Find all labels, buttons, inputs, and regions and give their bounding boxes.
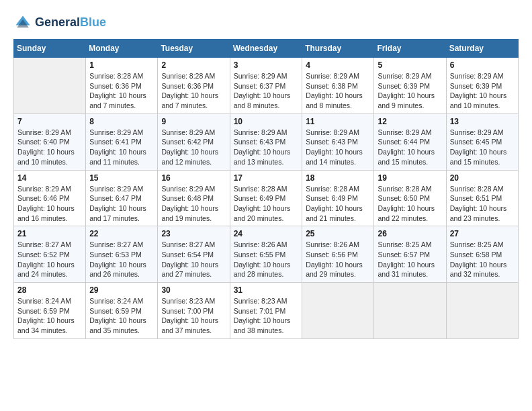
day-detail: Sunrise: 8:24 AMSunset: 6:59 PMDaylight:… — [89, 296, 154, 336]
week-row-1: 1 Sunrise: 8:28 AMSunset: 6:36 PMDayligh… — [14, 58, 519, 114]
day-detail: Sunrise: 8:23 AMSunset: 7:00 PMDaylight:… — [161, 296, 226, 336]
calendar-cell: 27 Sunrise: 8:25 AMSunset: 6:58 PMDaylig… — [446, 226, 518, 283]
calendar-cell: 20 Sunrise: 8:28 AMSunset: 6:51 PMDaylig… — [446, 170, 518, 226]
calendar-cell: 28 Sunrise: 8:24 AMSunset: 6:59 PMDaylig… — [14, 283, 86, 339]
calendar-cell: 11 Sunrise: 8:29 AMSunset: 6:43 PMDaylig… — [302, 113, 374, 170]
day-number: 25 — [306, 229, 370, 238]
page-header: GeneralBlue — [13, 13, 519, 32]
weekday-header-thursday: Thursday — [302, 40, 374, 58]
calendar-cell — [302, 283, 374, 339]
week-row-3: 14 Sunrise: 8:29 AMSunset: 6:46 PMDaylig… — [14, 170, 519, 226]
day-number: 26 — [378, 229, 442, 238]
day-number: 21 — [17, 229, 82, 238]
weekday-header-wednesday: Wednesday — [230, 40, 302, 58]
calendar-cell: 3 Sunrise: 8:29 AMSunset: 6:37 PMDayligh… — [230, 58, 302, 114]
calendar-cell: 2 Sunrise: 8:28 AMSunset: 6:36 PMDayligh… — [158, 58, 230, 114]
day-detail: Sunrise: 8:25 AMSunset: 6:57 PMDaylight:… — [378, 240, 442, 279]
calendar-cell: 10 Sunrise: 8:29 AMSunset: 6:43 PMDaylig… — [230, 113, 302, 170]
day-number: 27 — [450, 229, 515, 238]
day-number: 1 — [89, 60, 154, 70]
day-detail: Sunrise: 8:29 AMSunset: 6:41 PMDaylight:… — [89, 128, 154, 167]
calendar-cell: 23 Sunrise: 8:27 AMSunset: 6:54 PMDaylig… — [158, 226, 230, 283]
day-detail: Sunrise: 8:29 AMSunset: 6:39 PMDaylight:… — [450, 71, 515, 111]
day-number: 3 — [234, 60, 299, 70]
day-number: 18 — [306, 173, 370, 183]
day-number: 23 — [161, 229, 226, 238]
calendar-cell: 13 Sunrise: 8:29 AMSunset: 6:45 PMDaylig… — [446, 113, 518, 170]
weekday-header-sunday: Sunday — [14, 40, 86, 58]
day-detail: Sunrise: 8:29 AMSunset: 6:47 PMDaylight:… — [89, 184, 154, 224]
day-number: 7 — [17, 117, 82, 126]
day-number: 2 — [161, 60, 226, 70]
week-row-5: 28 Sunrise: 8:24 AMSunset: 6:59 PMDaylig… — [14, 283, 519, 339]
weekday-header-monday: Monday — [86, 40, 158, 58]
day-detail: Sunrise: 8:26 AMSunset: 6:55 PMDaylight:… — [234, 240, 299, 279]
week-row-2: 7 Sunrise: 8:29 AMSunset: 6:40 PMDayligh… — [14, 113, 519, 170]
weekday-header-friday: Friday — [374, 40, 446, 58]
day-detail: Sunrise: 8:28 AMSunset: 6:50 PMDaylight:… — [378, 184, 442, 224]
day-number: 6 — [450, 60, 515, 70]
day-detail: Sunrise: 8:29 AMSunset: 6:40 PMDaylight:… — [17, 128, 82, 167]
day-number: 14 — [17, 173, 82, 183]
logo-text: GeneralBlue — [35, 16, 106, 30]
calendar-cell: 14 Sunrise: 8:29 AMSunset: 6:46 PMDaylig… — [14, 170, 86, 226]
day-number: 8 — [89, 117, 154, 126]
calendar-cell — [14, 58, 86, 114]
day-detail: Sunrise: 8:29 AMSunset: 6:42 PMDaylight:… — [161, 128, 226, 167]
calendar-cell: 1 Sunrise: 8:28 AMSunset: 6:36 PMDayligh… — [86, 58, 158, 114]
day-detail: Sunrise: 8:23 AMSunset: 7:01 PMDaylight:… — [234, 296, 299, 336]
day-detail: Sunrise: 8:25 AMSunset: 6:58 PMDaylight:… — [450, 240, 515, 279]
day-detail: Sunrise: 8:27 AMSunset: 6:52 PMDaylight:… — [17, 240, 82, 279]
day-number: 22 — [89, 229, 154, 238]
day-number: 28 — [17, 285, 82, 295]
day-detail: Sunrise: 8:29 AMSunset: 6:46 PMDaylight:… — [17, 184, 82, 224]
calendar-cell: 26 Sunrise: 8:25 AMSunset: 6:57 PMDaylig… — [374, 226, 446, 283]
day-detail: Sunrise: 8:29 AMSunset: 6:39 PMDaylight:… — [378, 71, 442, 111]
day-detail: Sunrise: 8:28 AMSunset: 6:36 PMDaylight:… — [161, 71, 226, 111]
calendar-cell: 22 Sunrise: 8:27 AMSunset: 6:53 PMDaylig… — [86, 226, 158, 283]
calendar-cell: 15 Sunrise: 8:29 AMSunset: 6:47 PMDaylig… — [86, 170, 158, 226]
day-number: 24 — [234, 229, 299, 238]
day-detail: Sunrise: 8:29 AMSunset: 6:45 PMDaylight:… — [450, 128, 515, 167]
calendar-cell: 4 Sunrise: 8:29 AMSunset: 6:38 PMDayligh… — [302, 58, 374, 114]
calendar-cell: 16 Sunrise: 8:29 AMSunset: 6:48 PMDaylig… — [158, 170, 230, 226]
day-detail: Sunrise: 8:29 AMSunset: 6:37 PMDaylight:… — [234, 71, 299, 111]
weekday-header-row: SundayMondayTuesdayWednesdayThursdayFrid… — [14, 40, 519, 58]
calendar-cell: 25 Sunrise: 8:26 AMSunset: 6:56 PMDaylig… — [302, 226, 374, 283]
calendar-table: SundayMondayTuesdayWednesdayThursdayFrid… — [13, 39, 519, 339]
day-detail: Sunrise: 8:29 AMSunset: 6:44 PMDaylight:… — [378, 128, 442, 167]
week-row-4: 21 Sunrise: 8:27 AMSunset: 6:52 PMDaylig… — [14, 226, 519, 283]
day-detail: Sunrise: 8:28 AMSunset: 6:36 PMDaylight:… — [89, 71, 154, 111]
day-number: 12 — [378, 117, 442, 126]
day-number: 15 — [89, 173, 154, 183]
calendar-cell — [374, 283, 446, 339]
day-number: 13 — [450, 117, 515, 126]
day-number: 30 — [161, 285, 226, 295]
calendar-cell: 30 Sunrise: 8:23 AMSunset: 7:00 PMDaylig… — [158, 283, 230, 339]
calendar-cell: 12 Sunrise: 8:29 AMSunset: 6:44 PMDaylig… — [374, 113, 446, 170]
day-number: 31 — [234, 285, 299, 295]
day-detail: Sunrise: 8:28 AMSunset: 6:49 PMDaylight:… — [234, 184, 299, 224]
day-detail: Sunrise: 8:27 AMSunset: 6:53 PMDaylight:… — [89, 240, 154, 279]
calendar-cell: 24 Sunrise: 8:26 AMSunset: 6:55 PMDaylig… — [230, 226, 302, 283]
logo-icon — [13, 13, 32, 32]
calendar-cell: 29 Sunrise: 8:24 AMSunset: 6:59 PMDaylig… — [86, 283, 158, 339]
day-detail: Sunrise: 8:29 AMSunset: 6:48 PMDaylight:… — [161, 184, 226, 224]
day-detail: Sunrise: 8:29 AMSunset: 6:38 PMDaylight:… — [306, 71, 370, 111]
logo: GeneralBlue — [13, 13, 106, 32]
calendar-cell: 8 Sunrise: 8:29 AMSunset: 6:41 PMDayligh… — [86, 113, 158, 170]
day-number: 19 — [378, 173, 442, 183]
day-detail: Sunrise: 8:29 AMSunset: 6:43 PMDaylight:… — [234, 128, 299, 167]
calendar-cell: 18 Sunrise: 8:28 AMSunset: 6:49 PMDaylig… — [302, 170, 374, 226]
day-number: 11 — [306, 117, 370, 126]
calendar-cell: 17 Sunrise: 8:28 AMSunset: 6:49 PMDaylig… — [230, 170, 302, 226]
day-number: 20 — [450, 173, 515, 183]
calendar-cell: 19 Sunrise: 8:28 AMSunset: 6:50 PMDaylig… — [374, 170, 446, 226]
day-number: 9 — [161, 117, 226, 126]
weekday-header-saturday: Saturday — [446, 40, 518, 58]
calendar-cell: 31 Sunrise: 8:23 AMSunset: 7:01 PMDaylig… — [230, 283, 302, 339]
day-detail: Sunrise: 8:29 AMSunset: 6:43 PMDaylight:… — [306, 128, 370, 167]
calendar-cell: 21 Sunrise: 8:27 AMSunset: 6:52 PMDaylig… — [14, 226, 86, 283]
day-number: 10 — [234, 117, 299, 126]
calendar-cell: 9 Sunrise: 8:29 AMSunset: 6:42 PMDayligh… — [158, 113, 230, 170]
